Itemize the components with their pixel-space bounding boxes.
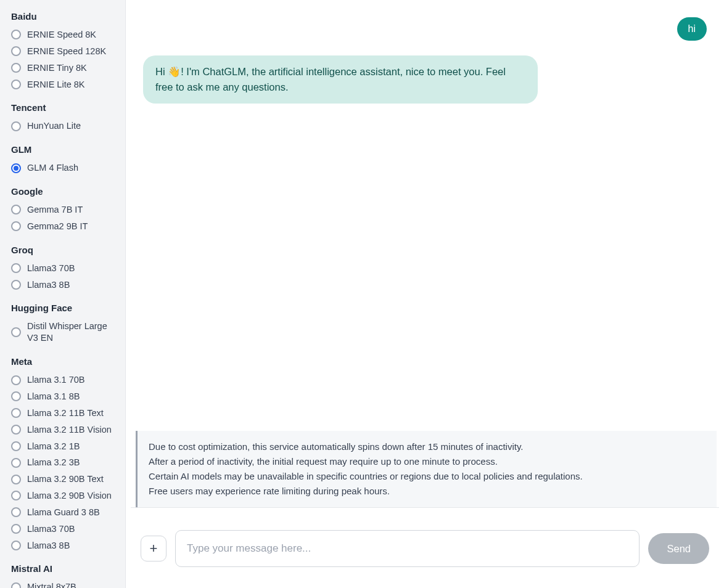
model-option[interactable]: ERNIE Lite 8K [11,76,117,93]
model-option[interactable]: Gemma 7B IT [11,202,117,218]
radio-icon[interactable] [11,541,21,550]
model-option[interactable]: ERNIE Tiny 8K [11,60,117,76]
notice-line: Certain AI models may be unavailable in … [149,469,705,484]
radio-icon[interactable] [11,327,21,337]
group-title: Google [11,186,117,197]
radio-icon[interactable] [11,46,21,56]
model-option[interactable]: Llama 3.1 70B [11,372,117,388]
model-label: Llama3 8B [27,540,70,552]
model-option[interactable]: Mixtral 8x7B [11,579,117,588]
group-title: Hugging Face [11,303,117,313]
radio-icon[interactable] [11,163,21,173]
model-label: Llama 3.2 90B Vision [27,490,112,502]
model-option[interactable]: Llama3 70B [11,521,117,537]
send-button[interactable]: Send [648,533,709,564]
chat-area: hi Hi 👋! I'm ChatGLM, the artificial int… [126,0,724,431]
model-label: Llama 3.2 11B Text [27,407,104,419]
group-title: Mistral AI [11,563,117,574]
model-option[interactable]: Llama 3.2 90B Text [11,471,117,488]
model-label: Llama3 70B [27,523,75,535]
model-label: Llama 3.1 8B [27,391,80,402]
model-label: Gemma2 9B IT [27,221,88,232]
model-option[interactable]: ERNIE Speed 128K [11,43,117,60]
model-option[interactable]: ERNIE Speed 8K [11,27,117,43]
input-bar: + Send [126,508,724,588]
model-label: Llama 3.2 1B [27,441,80,452]
attach-button[interactable]: + [141,536,167,561]
model-option[interactable]: Llama 3.2 3B [11,454,117,471]
model-label: Llama3 70B [27,263,75,274]
user-message-row: hi [143,17,707,41]
model-label: Llama Guard 3 8B [27,507,100,518]
radio-icon[interactable] [11,425,21,435]
bot-message-row: Hi 👋! I'm ChatGLM, the artificial intell… [143,55,707,104]
model-label: Distil Whisper Large V3 EN [27,321,117,344]
group-title: Baidu [11,11,117,22]
model-label: Gemma 7B IT [27,204,83,216]
model-label: Llama3 8B [27,279,70,291]
radio-icon[interactable] [11,441,21,451]
model-label: GLM 4 Flash [27,162,78,174]
model-option[interactable]: Llama 3.2 1B [11,438,117,455]
model-option[interactable]: Llama 3.2 11B Text [11,405,117,422]
model-option[interactable]: Distil Whisper Large V3 EN [11,318,117,346]
model-label: Llama 3.1 70B [27,374,85,386]
bot-message-bubble: Hi 👋! I'm ChatGLM, the artificial intell… [143,55,538,104]
model-option[interactable]: GLM 4 Flash [11,160,117,176]
radio-icon[interactable] [11,80,21,89]
model-option[interactable]: Llama3 8B [11,537,117,554]
model-label: Llama 3.2 3B [27,457,80,468]
model-option[interactable]: HunYuan Lite [11,118,117,134]
model-option[interactable]: Llama 3.1 8B [11,388,117,405]
radio-icon[interactable] [11,263,21,273]
group-title: Tencent [11,102,117,113]
group-title: GLM [11,144,117,155]
group-title: Meta [11,356,117,367]
radio-icon[interactable] [11,491,21,500]
radio-icon[interactable] [11,375,21,385]
notice-line: After a period of inactivity, the initia… [149,454,705,469]
radio-icon[interactable] [11,280,21,290]
notice-line: Free users may experience rate limiting … [149,484,705,499]
radio-icon[interactable] [11,30,21,39]
model-option[interactable]: Llama 3.2 11B Vision [11,422,117,438]
user-message-bubble: hi [677,17,707,41]
model-sidebar: BaiduERNIE Speed 8KERNIE Speed 128KERNIE… [0,0,126,588]
model-label: ERNIE Tiny 8K [27,62,87,74]
model-option[interactable]: Llama3 8B [11,277,117,293]
radio-icon[interactable] [11,475,21,484]
radio-icon[interactable] [11,205,21,214]
radio-icon[interactable] [11,391,21,401]
model-label: Llama 3.2 11B Vision [27,424,112,436]
radio-icon[interactable] [11,63,21,73]
group-title: Groq [11,245,117,255]
message-input[interactable] [175,530,640,567]
model-label: HunYuan Lite [27,120,81,132]
model-option[interactable]: Llama3 70B [11,260,117,277]
model-label: ERNIE Speed 8K [27,29,96,41]
radio-icon[interactable] [11,121,21,131]
model-label: Mixtral 8x7B [27,581,76,588]
radio-icon[interactable] [11,221,21,231]
radio-icon[interactable] [11,458,21,468]
main-panel: hi Hi 👋! I'm ChatGLM, the artificial int… [126,0,724,588]
model-option[interactable]: Llama 3.2 90B Vision [11,488,117,504]
radio-icon[interactable] [11,524,21,534]
service-notice: Due to cost optimization, this service a… [136,431,717,507]
model-label: ERNIE Speed 128K [27,46,106,57]
model-option[interactable]: Gemma2 9B IT [11,218,117,235]
notice-line: Due to cost optimization, this service a… [149,439,705,454]
model-label: Llama 3.2 90B Text [27,473,104,485]
model-label: ERNIE Lite 8K [27,79,85,91]
radio-icon[interactable] [11,507,21,517]
radio-icon[interactable] [11,582,21,588]
radio-icon[interactable] [11,408,21,418]
model-option[interactable]: Llama Guard 3 8B [11,504,117,521]
